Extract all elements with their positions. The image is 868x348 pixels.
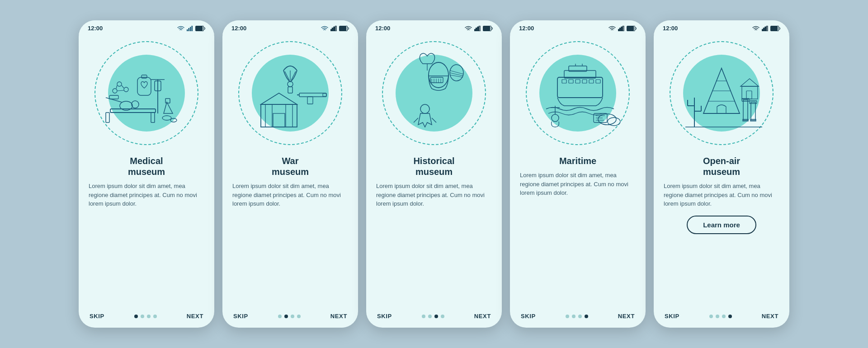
status-bar-maritime: 12:00 <box>510 20 646 34</box>
svg-rect-48 <box>273 113 285 127</box>
dot-1 <box>422 315 425 318</box>
museum-title-medical: Medicalmuseum <box>89 155 204 177</box>
svg-point-64 <box>450 65 463 81</box>
svg-point-55 <box>429 62 448 88</box>
museum-desc-openair: Lorem ipsum dolor sit dim amet, mea regi… <box>664 182 779 208</box>
signal-icon <box>330 26 337 31</box>
museum-desc-medical: Lorem ipsum dolor sit dim amet, mea regi… <box>89 182 204 208</box>
next-button[interactable]: NEXT <box>187 313 203 320</box>
svg-rect-39 <box>307 97 313 104</box>
battery-icon <box>483 26 493 31</box>
svg-rect-100 <box>767 26 768 31</box>
phone-war: 12:00 <box>222 20 358 328</box>
dots-openair <box>709 315 732 318</box>
svg-marker-119 <box>741 79 759 86</box>
svg-rect-86 <box>589 80 594 83</box>
svg-rect-82 <box>562 80 566 83</box>
illustration-openair <box>654 34 789 152</box>
next-button[interactable]: NEXT <box>474 313 491 320</box>
svg-rect-51 <box>477 27 479 31</box>
skip-button[interactable]: SKIP <box>233 313 248 320</box>
phone-bottom-historical: SKIP NEXT <box>366 307 502 328</box>
status-time: 12:00 <box>231 25 246 32</box>
dot-1 <box>709 315 713 318</box>
dot-2 <box>141 315 144 318</box>
svg-rect-73 <box>621 27 623 31</box>
svg-rect-38 <box>299 93 326 97</box>
dot-3 <box>434 315 438 318</box>
svg-rect-5 <box>196 26 203 30</box>
phones-container: 12:00 <box>79 20 789 328</box>
wifi-icon <box>321 26 328 31</box>
svg-rect-16 <box>142 75 147 78</box>
svg-rect-99 <box>765 27 766 31</box>
museum-title-historical: Historicalmuseum <box>376 155 492 177</box>
svg-line-70 <box>432 118 436 122</box>
svg-rect-26 <box>109 95 118 99</box>
status-time: 12:00 <box>519 25 534 32</box>
svg-rect-74 <box>623 26 624 31</box>
learn-more-button[interactable]: Learn more <box>687 216 756 234</box>
status-icons <box>609 26 637 31</box>
phone-historical: 12:00 <box>366 20 502 328</box>
skip-button[interactable]: SKIP <box>665 313 679 320</box>
dot-2 <box>284 315 288 318</box>
svg-point-10 <box>132 101 139 108</box>
dots-historical <box>422 315 444 318</box>
svg-rect-49 <box>474 29 476 31</box>
museum-title-maritime: Maritime <box>520 155 636 166</box>
battery-icon <box>770 26 780 31</box>
dot-4 <box>153 315 157 318</box>
dot-1 <box>134 315 138 318</box>
svg-rect-83 <box>569 80 573 83</box>
status-time: 12:00 <box>88 25 103 32</box>
svg-rect-85 <box>582 80 587 83</box>
svg-line-69 <box>414 118 418 122</box>
phone-bottom-maritime: SKIP NEXT <box>510 307 646 328</box>
next-button[interactable]: NEXT <box>762 313 778 320</box>
svg-rect-115 <box>751 102 755 120</box>
museum-desc-war: Lorem ipsum dolor sit dim amet, mea regi… <box>232 182 348 208</box>
next-button[interactable]: NEXT <box>618 313 635 320</box>
dots-maritime <box>566 315 588 318</box>
svg-rect-1 <box>189 28 190 31</box>
skip-button[interactable]: SKIP <box>90 313 104 320</box>
skip-button[interactable]: SKIP <box>521 313 536 320</box>
svg-rect-8 <box>151 113 155 122</box>
phone-content-medical: Medicalmuseum Lorem ipsum dolor sit dim … <box>79 152 214 307</box>
signal-icon <box>762 26 768 31</box>
status-time: 12:00 <box>663 25 678 32</box>
svg-rect-118 <box>742 86 758 99</box>
svg-point-24 <box>170 118 177 122</box>
dot-2 <box>716 315 719 318</box>
phone-content-war: Warmuseum Lorem ipsum dolor sit dim amet… <box>222 152 358 307</box>
svg-rect-97 <box>762 29 763 31</box>
status-bar-openair: 12:00 <box>654 20 789 34</box>
svg-rect-98 <box>764 28 765 31</box>
svg-rect-112 <box>743 100 748 120</box>
historical-illustration <box>380 39 488 147</box>
svg-rect-87 <box>596 80 600 83</box>
svg-rect-52 <box>479 26 481 31</box>
museum-title-openair: Open-airmuseum <box>664 155 779 177</box>
dots-war <box>278 315 301 318</box>
status-time: 12:00 <box>375 25 390 32</box>
wifi-icon <box>609 26 616 31</box>
battery-icon <box>339 26 349 31</box>
svg-rect-29 <box>334 27 335 31</box>
svg-rect-32 <box>340 26 346 30</box>
skip-button[interactable]: SKIP <box>377 313 392 320</box>
status-bar-war: 12:00 <box>222 20 358 34</box>
war-illustration <box>236 39 344 147</box>
phone-bottom-medical: SKIP NEXT <box>79 307 214 328</box>
wifi-icon <box>177 26 184 31</box>
svg-rect-14 <box>165 99 170 103</box>
dot-4 <box>585 315 588 318</box>
svg-line-20 <box>122 85 124 88</box>
status-icons <box>177 26 205 31</box>
maritime-illustration <box>524 39 632 147</box>
svg-rect-120 <box>746 91 752 99</box>
svg-rect-28 <box>332 28 334 31</box>
status-icons <box>321 26 349 31</box>
next-button[interactable]: NEXT <box>330 313 347 320</box>
